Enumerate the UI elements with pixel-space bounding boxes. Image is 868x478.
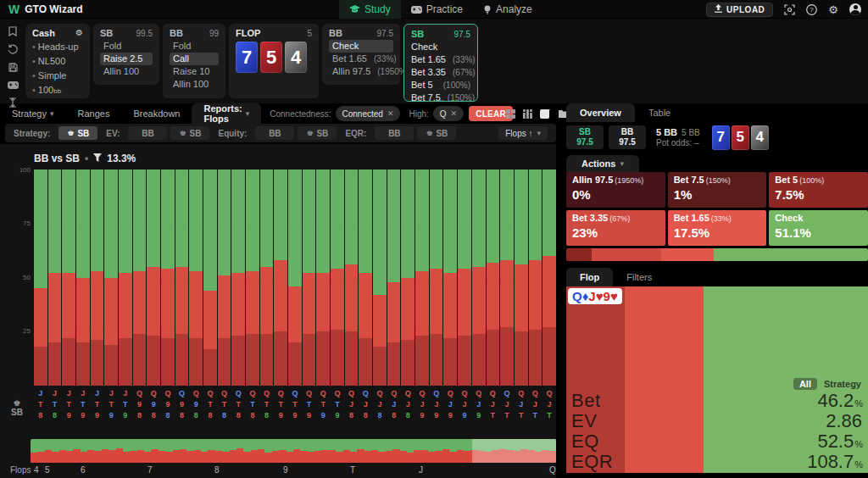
bookmark-icon[interactable] bbox=[7, 25, 19, 37]
flop-bar[interactable] bbox=[373, 170, 387, 386]
flop-label[interactable]: QJT bbox=[529, 388, 542, 421]
close-icon[interactable]: ✕ bbox=[451, 109, 458, 118]
action-bet-67[interactable]: Bet 3.35(67%) bbox=[411, 66, 470, 79]
user-avatar[interactable] bbox=[849, 3, 861, 15]
flop-bar[interactable] bbox=[288, 170, 302, 386]
flop-bar[interactable] bbox=[231, 170, 245, 386]
flop-label[interactable]: Q98 bbox=[147, 388, 160, 421]
flop-label[interactable]: QT8 bbox=[231, 388, 245, 421]
flop-label[interactable]: QT8 bbox=[246, 388, 259, 421]
action-allin[interactable]: Allin 100 bbox=[100, 65, 153, 78]
action-cell-bet150[interactable]: Bet 7.5(150%) 1% bbox=[668, 172, 767, 208]
flop-bar[interactable] bbox=[316, 170, 330, 386]
flop-label[interactable]: QJ8 bbox=[373, 388, 387, 421]
action-cell-bet33[interactable]: Bet 1.65(33%) 17.5% bbox=[668, 210, 767, 246]
flop-bar[interactable] bbox=[458, 170, 471, 386]
tab-practice[interactable]: Practice bbox=[401, 0, 473, 19]
flops-sort-dropdown[interactable]: Flops ↑▾ bbox=[498, 126, 548, 140]
nav-ranges[interactable]: Ranges bbox=[66, 103, 122, 124]
tab-study[interactable]: Study bbox=[339, 0, 401, 19]
save-icon[interactable] bbox=[7, 61, 19, 73]
flop-bar[interactable] bbox=[119, 170, 132, 386]
flop-card-4s[interactable]: 4 bbox=[285, 42, 307, 73]
flop-bar[interactable] bbox=[359, 170, 372, 386]
flop-label[interactable]: QT8 bbox=[203, 388, 217, 421]
flop-label[interactable]: QT9 bbox=[274, 388, 287, 421]
flop-bar[interactable] bbox=[246, 170, 259, 386]
flop-label[interactable]: JT8 bbox=[48, 388, 62, 421]
toggle-all[interactable]: All bbox=[793, 378, 817, 390]
flop-label[interactable]: QJ8 bbox=[359, 388, 372, 421]
action-check[interactable]: Check bbox=[329, 40, 393, 53]
flop-label[interactable]: QJ9 bbox=[430, 388, 443, 421]
flop-bar[interactable] bbox=[147, 170, 160, 386]
tab-overview[interactable]: Overview bbox=[566, 103, 635, 122]
flop-label[interactable]: QJ8 bbox=[345, 388, 359, 421]
flop-bar[interactable] bbox=[203, 170, 217, 386]
close-icon[interactable]: ✕ bbox=[387, 109, 394, 118]
flop-label[interactable]: QT8 bbox=[260, 388, 274, 421]
flop-card-5h[interactable]: 5 bbox=[260, 42, 282, 73]
action-fold[interactable]: Fold bbox=[170, 40, 219, 53]
flop-bar[interactable] bbox=[218, 170, 231, 386]
flop-label[interactable]: JT9 bbox=[104, 388, 118, 421]
flop-bar[interactable] bbox=[500, 170, 514, 386]
tab-analyze[interactable]: Analyze bbox=[473, 0, 542, 19]
flop-bar[interactable] bbox=[260, 170, 274, 386]
action-cell-allin[interactable]: Allin 97.5(1950%) 0% bbox=[566, 172, 665, 208]
flop-bar[interactable] bbox=[331, 170, 344, 386]
ev-bb-toggle[interactable]: BB bbox=[128, 126, 167, 140]
flop-label[interactable]: QJ9 bbox=[415, 388, 429, 421]
flop-label[interactable]: QT8 bbox=[218, 388, 231, 421]
flop-label[interactable]: Q98 bbox=[189, 388, 203, 421]
nav-breakdown[interactable]: Breakdown bbox=[121, 103, 192, 124]
single-view-icon[interactable] bbox=[540, 109, 549, 119]
flop-bar[interactable] bbox=[387, 170, 401, 386]
grid-dense-icon[interactable] bbox=[523, 109, 532, 119]
flop-bar[interactable] bbox=[48, 170, 62, 386]
flop-label[interactable]: QJT bbox=[515, 388, 528, 421]
flop-label[interactable]: JT9 bbox=[119, 388, 132, 421]
flop-label[interactable]: QJT bbox=[542, 388, 556, 421]
connectedness-chip[interactable]: Connected✕ bbox=[336, 106, 401, 121]
actions-dropdown[interactable]: Actions▾ bbox=[566, 155, 639, 172]
flop-bar[interactable] bbox=[133, 170, 147, 386]
flop-label[interactable]: QT9 bbox=[316, 388, 330, 421]
eqr-sb-toggle[interactable]: ♚SB bbox=[417, 126, 456, 140]
nav-strategy[interactable]: Strategy▾ bbox=[0, 103, 66, 124]
flops-minimap-scrollbar[interactable] bbox=[31, 439, 556, 463]
action-allin[interactable]: Allin 97.5(1950%) bbox=[329, 65, 393, 78]
action-cell-bet67[interactable]: Bet 3.35(67%) 23% bbox=[566, 210, 665, 246]
flop-label[interactable]: QT9 bbox=[331, 388, 344, 421]
flop-label[interactable]: Q98 bbox=[175, 388, 189, 421]
flop-bar[interactable] bbox=[487, 170, 500, 386]
flop-label[interactable]: JT9 bbox=[76, 388, 90, 421]
action-allin[interactable]: Allin 100 bbox=[170, 78, 219, 91]
flop-label[interactable]: JT9 bbox=[91, 388, 104, 421]
flop-bar[interactable] bbox=[274, 170, 287, 386]
equity-sb-toggle[interactable]: ♚SB bbox=[298, 126, 337, 140]
brand[interactable]: W GTO Wizard bbox=[0, 3, 83, 16]
flop-detail-panel[interactable]: Q♦J♥9♥ All Strategy Bet 46.2% EV 2.86 EQ… bbox=[566, 286, 868, 473]
flop-label[interactable]: QT9 bbox=[288, 388, 302, 421]
cash-settings-gear-icon[interactable]: ⚙ bbox=[75, 29, 83, 37]
flop-bar[interactable] bbox=[529, 170, 542, 386]
flop-bar[interactable] bbox=[472, 170, 486, 386]
flop-label[interactable]: QJ8 bbox=[401, 388, 415, 421]
flop-bar[interactable] bbox=[175, 170, 189, 386]
action-call[interactable]: Call bbox=[170, 53, 219, 65]
flop-label[interactable]: QJ9 bbox=[443, 388, 457, 421]
action-check[interactable]: Check bbox=[411, 41, 470, 53]
flop-bar[interactable] bbox=[345, 170, 359, 386]
flop-bar[interactable] bbox=[542, 170, 556, 386]
flop-bar[interactable] bbox=[303, 170, 316, 386]
flop-card-7d[interactable]: 7 bbox=[236, 42, 258, 73]
scan-icon[interactable] bbox=[784, 4, 795, 15]
upload-button[interactable]: UPLOAD bbox=[706, 3, 773, 17]
reset-history-icon[interactable] bbox=[7, 43, 19, 55]
ev-sb-toggle[interactable]: ♚SB bbox=[170, 126, 209, 140]
flop-bar[interactable] bbox=[515, 170, 528, 386]
flop-label[interactable]: QJ8 bbox=[387, 388, 401, 421]
grid-compact-icon[interactable] bbox=[506, 109, 515, 119]
flop-bar[interactable] bbox=[104, 170, 118, 386]
